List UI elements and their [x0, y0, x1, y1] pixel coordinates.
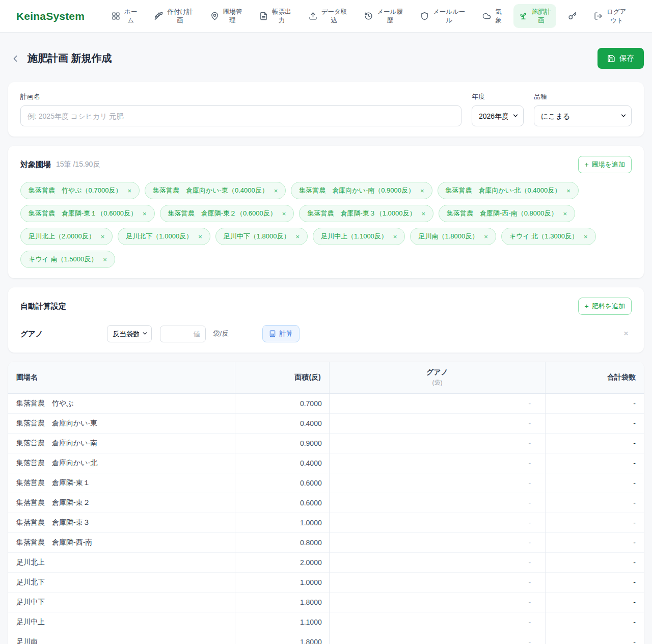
add-fertilizer-button-label: 肥料を追加	[592, 302, 625, 311]
chip-remove-icon[interactable]: ×	[563, 210, 567, 218]
table-row: 集落営農 倉庫隣-東１0.6000--	[8, 473, 644, 493]
fertilizer-row: グアノ 反当袋数 袋/反 計算 ×	[20, 325, 632, 342]
chip-remove-icon[interactable]: ×	[393, 233, 397, 240]
cell-guano: -	[329, 414, 545, 434]
nav-item-key[interactable]	[562, 8, 582, 24]
cell-field-name: 集落営農 倉庫向かい-東	[8, 414, 235, 434]
cell-guano: -	[329, 453, 545, 473]
col-header-field: 圃場名	[8, 362, 235, 394]
cell-field-name: 集落営農 倉庫隣-東３	[8, 513, 235, 533]
calculate-button[interactable]: 計算	[262, 325, 300, 342]
chip-remove-icon[interactable]: ×	[420, 187, 424, 195]
nav-item-fertilization-plan[interactable]: 施肥計 画	[513, 4, 557, 29]
cell-area: 1.1000	[235, 612, 330, 632]
field-chip: 集落営農 倉庫隣-西-南（0.8000反）×	[439, 205, 575, 222]
wheat-icon	[154, 12, 163, 20]
brand-logo[interactable]: KeinaSystem	[16, 10, 85, 22]
upload-icon	[309, 12, 317, 20]
field-chip: 集落営農 倉庫隣-東２（0.6000反）×	[160, 205, 294, 222]
calc-value-input[interactable]	[160, 326, 206, 342]
nav-item-cropping-plan[interactable]: 作付け計 画	[149, 4, 198, 29]
add-field-button[interactable]: + 圃場を追加	[578, 156, 632, 173]
field-chip-label: 足川南（1.8000反）	[418, 232, 478, 241]
cell-guano: -	[329, 612, 545, 632]
cell-total: -	[546, 553, 644, 573]
col-header-guano-unit: (袋)	[338, 379, 537, 387]
target-fields-title: 対象圃場	[20, 160, 51, 170]
nav-item-field-management[interactable]: 圃場管 理	[205, 4, 248, 29]
cell-field-name: 集落営農 倉庫向かい-南	[8, 434, 235, 453]
cell-total: -	[546, 573, 644, 593]
col-header-total: 合計袋数	[546, 362, 644, 394]
target-fields-summary: 15筆 /15.90反	[56, 160, 100, 169]
map-pin-icon	[210, 12, 219, 20]
cell-area: 0.6000	[235, 473, 330, 493]
auto-calc-title: 自動計算設定	[20, 302, 66, 311]
chip-remove-icon[interactable]: ×	[584, 233, 588, 240]
cell-guano: -	[329, 632, 545, 644]
chip-remove-icon[interactable]: ×	[274, 187, 278, 195]
fields-table-card: 圃場名 面積(反) グアノ (袋) 合計袋数 集落営農 竹やぶ0.7000-- …	[8, 362, 644, 644]
nav-item-mail-history[interactable]: メール履 歴	[359, 4, 409, 29]
table-row: 集落営農 倉庫隣-東２0.6000--	[8, 493, 644, 513]
calc-mode-select[interactable]: 反当袋数	[107, 325, 152, 342]
cell-field-name: 足川北上	[8, 553, 235, 573]
chip-remove-icon[interactable]: ×	[127, 187, 131, 195]
add-fertilizer-button[interactable]: + 肥料を追加	[578, 298, 632, 315]
chip-remove-icon[interactable]: ×	[282, 210, 286, 218]
chip-remove-icon[interactable]: ×	[484, 233, 488, 240]
chip-remove-icon[interactable]: ×	[143, 210, 147, 218]
year-select[interactable]: 2026年度	[472, 105, 524, 126]
table-row: 集落営農 竹やぶ0.7000--	[8, 394, 644, 414]
calc-unit-label: 袋/反	[213, 329, 229, 338]
plan-form-card: 計画名 年度 2026年度 品種 にこまる	[8, 82, 644, 137]
field-chip-label: 集落営農 竹やぶ（0.7000反）	[29, 186, 122, 195]
grid-icon	[112, 12, 120, 20]
sprout-icon	[519, 12, 528, 20]
cell-area: 2.0000	[235, 553, 330, 573]
nav-item-weather[interactable]: 気 象	[477, 4, 507, 29]
chip-remove-icon[interactable]: ×	[101, 233, 105, 240]
calculate-button-label: 計算	[280, 329, 293, 338]
nav-item-data-import[interactable]: データ取 込	[303, 4, 353, 29]
cell-field-name: 集落営農 倉庫向かい-北	[8, 453, 235, 473]
field-chip-label: 集落営農 倉庫隣-東１（0.6000反）	[29, 209, 137, 218]
nav-item-home[interactable]: ホー ム	[106, 4, 143, 29]
chip-remove-icon[interactable]: ×	[566, 187, 570, 195]
nav-item-mail-rules[interactable]: メールルー ル	[415, 4, 471, 29]
save-button[interactable]: 保存	[597, 48, 644, 69]
field-chip-label: 足川北下（1.0000反）	[126, 232, 193, 241]
plan-name-label: 計画名	[20, 92, 461, 101]
nav-item-label: ログア ウト	[607, 8, 626, 25]
plus-icon: +	[585, 303, 589, 310]
chip-remove-icon[interactable]: ×	[295, 233, 300, 240]
nav-item-report-output[interactable]: 帳票出 力	[254, 4, 297, 29]
col-header-area: 面積(反)	[235, 362, 330, 394]
back-button[interactable]	[8, 51, 22, 66]
cell-total: -	[546, 632, 644, 644]
chip-remove-icon[interactable]: ×	[103, 256, 107, 263]
nav-item-label: 圃場管 理	[223, 8, 242, 25]
add-field-button-label: 圃場を追加	[592, 160, 625, 169]
field-chip-label: 足川中上（1.1000反）	[321, 232, 388, 241]
cell-guano: -	[329, 394, 545, 414]
chip-remove-icon[interactable]: ×	[198, 233, 202, 240]
remove-fertilizer-icon[interactable]: ×	[620, 328, 632, 340]
field-chip-label: キウイ 北（1.3000反）	[509, 232, 578, 241]
cell-field-name: 足川中下	[8, 593, 235, 612]
cell-guano: -	[329, 434, 545, 453]
variety-select[interactable]: にこまる	[534, 105, 632, 126]
table-row: 集落営農 倉庫隣-西-南0.8000--	[8, 533, 644, 553]
history-icon	[364, 12, 373, 20]
field-chip-label: 集落営農 倉庫向かい-南（0.9000反）	[299, 186, 415, 195]
plan-name-input[interactable]	[20, 105, 461, 126]
field-chip: 集落営農 倉庫向かい-北（0.4000反）×	[438, 182, 579, 199]
cell-area: 0.9000	[235, 434, 330, 453]
col-header-guano-label: グアノ	[426, 368, 448, 376]
nav-item-logout[interactable]: ログア ウト	[588, 4, 632, 29]
chip-remove-icon[interactable]: ×	[421, 210, 425, 218]
cell-guano: -	[329, 473, 545, 493]
top-nav: KeinaSystem ホー ム 作付け計 画 圃場管 理 帳票出 力 データ取…	[0, 0, 652, 33]
table-row: 集落営農 倉庫向かい-北0.4000--	[8, 453, 644, 473]
cell-total: -	[546, 493, 644, 513]
